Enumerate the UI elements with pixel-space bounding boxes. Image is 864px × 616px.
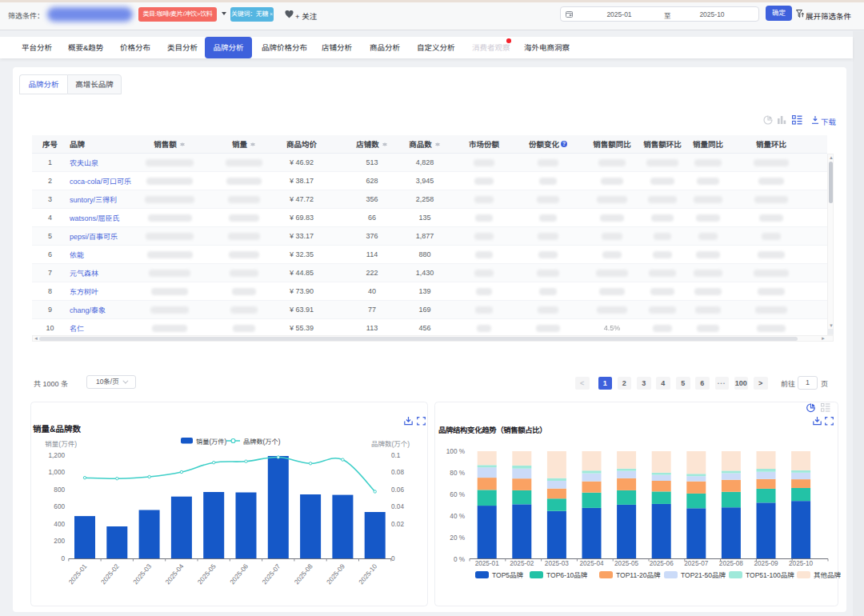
svg-text:600: 600	[54, 503, 65, 510]
svg-text:销量&品牌数: 销量&品牌数	[33, 424, 82, 434]
svg-text:2025-06: 2025-06	[650, 560, 674, 567]
svg-text:0: 0	[391, 555, 395, 562]
svg-text:2025-07: 2025-07	[684, 560, 708, 567]
svg-text:0.1: 0.1	[391, 452, 401, 459]
svg-text:2025-09: 2025-09	[754, 560, 778, 567]
svg-text:TOP11-20品牌: TOP11-20品牌	[616, 571, 661, 579]
svg-text:1,200: 1,200	[49, 452, 66, 459]
svg-text:2025-07: 2025-07	[261, 562, 282, 586]
svg-text:销量(万件): 销量(万件)	[45, 440, 77, 448]
svg-text:2025-01: 2025-01	[67, 562, 88, 586]
svg-text:2025-10: 2025-10	[789, 560, 813, 567]
svg-text:400: 400	[54, 521, 65, 528]
svg-text:0: 0	[61, 555, 65, 562]
svg-text:2025-05: 2025-05	[197, 562, 218, 586]
svg-text:2025-08: 2025-08	[293, 562, 314, 586]
svg-text:TOP21-50品牌: TOP21-50品牌	[681, 571, 726, 579]
svg-text:品牌数(万个): 品牌数(万个)	[371, 440, 410, 448]
svg-text:0.02: 0.02	[391, 521, 404, 528]
svg-text:100 %: 100 %	[446, 448, 465, 455]
svg-text:其他品牌: 其他品牌	[814, 571, 842, 579]
svg-text:0 %: 0 %	[454, 556, 465, 563]
svg-text:2025-04: 2025-04	[164, 562, 185, 586]
svg-text:0.08: 0.08	[391, 469, 404, 476]
svg-text:0.04: 0.04	[391, 503, 404, 510]
svg-text:2025-01: 2025-01	[475, 560, 499, 567]
svg-text:20 %: 20 %	[450, 534, 465, 542]
svg-text:2025-03: 2025-03	[545, 560, 569, 567]
svg-text:2025-04: 2025-04	[579, 560, 603, 567]
svg-text:0.06: 0.06	[391, 486, 404, 494]
svg-text:2025-03: 2025-03	[132, 562, 153, 586]
svg-text:2025-06: 2025-06	[229, 562, 250, 586]
svg-text:200: 200	[54, 538, 65, 545]
svg-text:2025-10: 2025-10	[358, 562, 378, 586]
svg-text:TOP6-10品牌: TOP6-10品牌	[546, 571, 588, 579]
svg-text:品牌数(万个): 品牌数(万个)	[243, 438, 281, 446]
svg-text:2025-05: 2025-05	[614, 560, 638, 567]
svg-text:销量(万件): 销量(万件)	[196, 438, 226, 446]
svg-text:TOP51-100品牌: TOP51-100品牌	[746, 571, 794, 579]
svg-text:60 %: 60 %	[450, 491, 465, 498]
svg-text:80 %: 80 %	[450, 470, 465, 477]
svg-text:40 %: 40 %	[450, 513, 465, 520]
svg-text:2025-02: 2025-02	[100, 562, 121, 586]
svg-text:品牌结构变化趋势（销售额占比）: 品牌结构变化趋势（销售额占比）	[438, 426, 546, 434]
svg-text:800: 800	[54, 486, 65, 494]
svg-text:2025-02: 2025-02	[510, 560, 534, 567]
svg-text:2025-08: 2025-08	[719, 560, 743, 567]
svg-text:2025-09: 2025-09	[326, 562, 346, 586]
svg-text:1,000: 1,000	[49, 469, 66, 476]
svg-text:TOP5品牌: TOP5品牌	[492, 571, 524, 579]
